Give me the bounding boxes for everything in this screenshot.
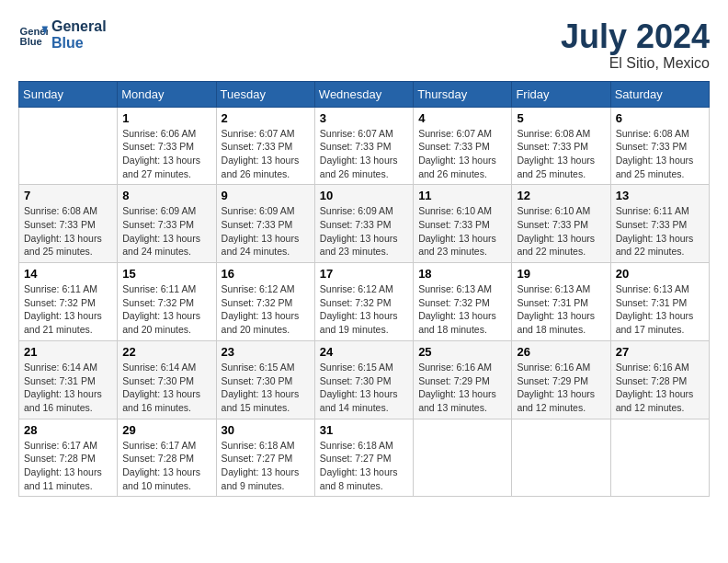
table-cell: 13 Sunrise: 6:11 AMSunset: 7:33 PMDaylig… bbox=[610, 185, 709, 263]
table-cell: 30 Sunrise: 6:18 AMSunset: 7:27 PMDaylig… bbox=[216, 419, 314, 497]
table-cell: 26 Sunrise: 6:16 AMSunset: 7:29 PMDaylig… bbox=[512, 340, 610, 419]
col-tuesday: Tuesday bbox=[216, 81, 314, 107]
table-cell: 22 Sunrise: 6:14 AMSunset: 7:30 PMDaylig… bbox=[118, 340, 216, 419]
table-cell: 20 Sunrise: 6:13 AMSunset: 7:31 PMDaylig… bbox=[610, 263, 709, 341]
table-row: 21 Sunrise: 6:14 AMSunset: 7:31 PMDaylig… bbox=[19, 340, 710, 419]
col-sunday: Sunday bbox=[19, 81, 118, 107]
col-thursday: Thursday bbox=[414, 81, 512, 107]
table-cell: 16 Sunrise: 6:12 AMSunset: 7:32 PMDaylig… bbox=[216, 263, 314, 341]
table-row: 7 Sunrise: 6:08 AMSunset: 7:33 PMDayligh… bbox=[19, 185, 710, 263]
table-cell: 31 Sunrise: 6:18 AMSunset: 7:27 PMDaylig… bbox=[314, 419, 413, 497]
table-cell: 5 Sunrise: 6:08 AMSunset: 7:33 PMDayligh… bbox=[512, 107, 610, 185]
table-cell: 27 Sunrise: 6:16 AMSunset: 7:28 PMDaylig… bbox=[610, 340, 709, 419]
table-cell: 25 Sunrise: 6:16 AMSunset: 7:29 PMDaylig… bbox=[414, 340, 512, 419]
table-cell: 9 Sunrise: 6:09 AMSunset: 7:33 PMDayligh… bbox=[216, 185, 314, 263]
table-cell: 17 Sunrise: 6:12 AMSunset: 7:32 PMDaylig… bbox=[314, 263, 413, 341]
table-cell: 1 Sunrise: 6:06 AMSunset: 7:33 PMDayligh… bbox=[118, 107, 216, 185]
table-row: 14 Sunrise: 6:11 AMSunset: 7:32 PMDaylig… bbox=[19, 263, 710, 341]
table-cell: 7 Sunrise: 6:08 AMSunset: 7:33 PMDayligh… bbox=[19, 185, 118, 263]
table-cell: 12 Sunrise: 6:10 AMSunset: 7:33 PMDaylig… bbox=[512, 185, 610, 263]
page-header: General Blue General Blue July 2024 El S… bbox=[18, 18, 710, 72]
col-saturday: Saturday bbox=[610, 81, 709, 107]
table-cell bbox=[610, 419, 709, 497]
title-area: July 2024 El Sitio, Mexico bbox=[561, 18, 710, 72]
col-wednesday: Wednesday bbox=[314, 81, 413, 107]
logo-icon: General Blue bbox=[18, 20, 48, 50]
table-cell: 3 Sunrise: 6:07 AMSunset: 7:33 PMDayligh… bbox=[314, 107, 413, 185]
table-cell bbox=[19, 107, 118, 185]
table-cell bbox=[414, 419, 512, 497]
table-cell: 19 Sunrise: 6:13 AMSunset: 7:31 PMDaylig… bbox=[512, 263, 610, 341]
table-cell: 23 Sunrise: 6:15 AMSunset: 7:30 PMDaylig… bbox=[216, 340, 314, 419]
logo-line1: General bbox=[51, 18, 107, 35]
table-cell: 24 Sunrise: 6:15 AMSunset: 7:30 PMDaylig… bbox=[314, 340, 413, 419]
table-cell bbox=[512, 419, 610, 497]
col-friday: Friday bbox=[512, 81, 610, 107]
table-cell: 28 Sunrise: 6:17 AMSunset: 7:28 PMDaylig… bbox=[19, 419, 118, 497]
table-cell: 10 Sunrise: 6:09 AMSunset: 7:33 PMDaylig… bbox=[314, 185, 413, 263]
table-row: 28 Sunrise: 6:17 AMSunset: 7:28 PMDaylig… bbox=[19, 419, 710, 497]
table-cell: 6 Sunrise: 6:08 AMSunset: 7:33 PMDayligh… bbox=[610, 107, 709, 185]
table-cell: 18 Sunrise: 6:13 AMSunset: 7:32 PMDaylig… bbox=[414, 263, 512, 341]
table-cell: 2 Sunrise: 6:07 AMSunset: 7:33 PMDayligh… bbox=[216, 107, 314, 185]
logo: General Blue General Blue bbox=[18, 18, 107, 52]
calendar-header-row: Sunday Monday Tuesday Wednesday Thursday… bbox=[19, 81, 710, 107]
svg-text:Blue: Blue bbox=[20, 36, 42, 47]
table-cell: 14 Sunrise: 6:11 AMSunset: 7:32 PMDaylig… bbox=[19, 263, 118, 341]
col-monday: Monday bbox=[118, 81, 216, 107]
calendar-table: Sunday Monday Tuesday Wednesday Thursday… bbox=[18, 81, 710, 498]
table-cell: 11 Sunrise: 6:10 AMSunset: 7:33 PMDaylig… bbox=[414, 185, 512, 263]
table-cell: 8 Sunrise: 6:09 AMSunset: 7:33 PMDayligh… bbox=[118, 185, 216, 263]
month-year-title: July 2024 bbox=[561, 18, 710, 55]
logo-line2: Blue bbox=[51, 35, 107, 52]
table-row: 1 Sunrise: 6:06 AMSunset: 7:33 PMDayligh… bbox=[19, 107, 710, 185]
table-cell: 21 Sunrise: 6:14 AMSunset: 7:31 PMDaylig… bbox=[19, 340, 118, 419]
table-cell: 4 Sunrise: 6:07 AMSunset: 7:33 PMDayligh… bbox=[414, 107, 512, 185]
table-cell: 15 Sunrise: 6:11 AMSunset: 7:32 PMDaylig… bbox=[118, 263, 216, 341]
location-subtitle: El Sitio, Mexico bbox=[561, 55, 710, 72]
table-cell: 29 Sunrise: 6:17 AMSunset: 7:28 PMDaylig… bbox=[118, 419, 216, 497]
